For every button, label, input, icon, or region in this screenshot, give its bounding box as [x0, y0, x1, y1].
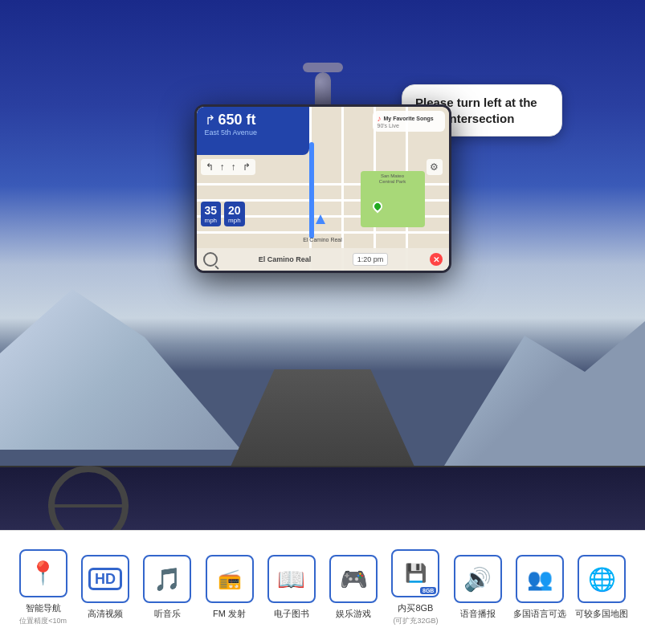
- steering-wheel: [48, 466, 129, 530]
- settings-icon[interactable]: ⚙: [427, 159, 443, 175]
- search-icon[interactable]: [203, 252, 218, 267]
- music-icon-wrap: 🎵: [143, 555, 191, 603]
- feature-storage-label: 内买8GB: [398, 602, 433, 614]
- park-label: San MateoCentral Park: [361, 171, 425, 187]
- storage-icon: 💾: [405, 563, 427, 584]
- fm-icon-wrap: 📻: [206, 555, 254, 603]
- feature-voice: 🔊 语音播报: [449, 555, 507, 620]
- game-icon-wrap: 🎮: [329, 555, 378, 603]
- speaker-icon-wrap: 🔊: [454, 555, 502, 603]
- feature-ebook-label: 电子图书: [274, 608, 309, 620]
- mount-base: [303, 63, 343, 72]
- ebook-icon: 📖: [277, 566, 305, 593]
- feature-ebook: 📖 电子图书: [263, 555, 320, 620]
- language-icon: 👥: [527, 567, 553, 592]
- street-v2: [341, 107, 344, 271]
- current-speed-box: 35 mph: [201, 202, 222, 226]
- feature-hd-label: 高清视频: [88, 608, 123, 620]
- feature-fm-label: FM 发射: [213, 608, 246, 620]
- feature-hd-video: HD 高清视频: [76, 555, 134, 620]
- speed-display: 35 mph 20 mph: [201, 202, 245, 226]
- feature-games-label: 娱乐游戏: [336, 608, 371, 620]
- game-icon: 🎮: [340, 566, 368, 593]
- gps-device: San MateoCentral Park ↱ 650 ft East 5th …: [194, 104, 451, 273]
- feature-voice-label: 语音播报: [460, 608, 496, 620]
- arrow-right-icon: ↱: [243, 161, 251, 173]
- music-icon: 🎵: [153, 566, 182, 593]
- mountain-left: [0, 289, 241, 450]
- storage-badge: 8GB: [420, 587, 436, 594]
- speed-limit-value: 20: [228, 204, 241, 217]
- feature-language: 👥 多国语言可选: [511, 555, 569, 620]
- feature-storage-sublabel: (可扩充32GB): [393, 616, 438, 626]
- music-subtitle: 90's Live: [378, 123, 440, 128]
- speed-unit1: mph: [205, 217, 218, 224]
- gps-position-arrow: [316, 214, 325, 224]
- hd-icon-wrap: HD: [81, 555, 129, 603]
- nav-street-name: East 5th Avenue: [205, 128, 301, 137]
- gps-mount: San MateoCentral Park ↱ 650 ft East 5th …: [194, 64, 451, 273]
- feature-navigation-sublabel: 位置精度<10m: [19, 616, 67, 626]
- close-button[interactable]: ✕: [430, 253, 443, 266]
- music-note-icon: ♪: [378, 114, 382, 123]
- feature-strip: 📍 智能导航 位置精度<10m HD 高清视频 🎵 听音乐 📻 FM 发射 📖 …: [0, 530, 645, 644]
- dashboard: [0, 466, 645, 530]
- feature-music: 🎵 听音乐: [138, 555, 196, 620]
- gps-bottom-bar: El Camino Real 1:20 pm ✕: [197, 248, 449, 271]
- turn-arrow-icon: ↱: [205, 112, 215, 128]
- feature-games: 🎮 娱乐游戏: [325, 555, 382, 620]
- mount-arm: [315, 72, 331, 104]
- park-pin: [370, 200, 384, 214]
- feature-music-label: 听音乐: [154, 608, 181, 620]
- navigation-icon-wrap: 📍: [19, 549, 67, 597]
- arrow-up-icon: ↑: [220, 161, 225, 173]
- road-label: El Camino Real: [303, 237, 342, 243]
- nav-instruction-panel: ↱ 650 ft East 5th Avenue: [197, 107, 309, 155]
- speed-unit2: mph: [228, 217, 241, 224]
- speed-limit-box: 20 mph: [224, 202, 245, 226]
- destination-label: El Camino Real: [259, 255, 312, 263]
- map-route: [309, 142, 314, 238]
- feature-maps: 🌐 可较多国地图: [573, 555, 631, 620]
- feature-storage: 💾 8GB 内买8GB (可扩充32GB): [386, 549, 444, 626]
- gps-screen[interactable]: San MateoCentral Park ↱ 650 ft East 5th …: [197, 107, 449, 271]
- feature-navigation: 📍 智能导航 位置精度<10m: [14, 549, 72, 626]
- feature-fm: 📻 FM 发射: [201, 555, 259, 620]
- street-h4: [197, 231, 449, 234]
- mountain-right: [444, 321, 645, 466]
- feature-navigation-label: 智能导航: [26, 602, 61, 614]
- fm-icon: 📻: [218, 568, 242, 590]
- arrow-left-icon: ↰: [206, 161, 214, 173]
- feature-maps-label: 可较多国地图: [575, 608, 628, 620]
- nav-distance: 650 ft: [218, 112, 256, 128]
- language-icon-wrap: 👥: [516, 555, 564, 603]
- hd-icon: HD: [88, 568, 122, 590]
- globe-icon-wrap: 🌐: [578, 555, 626, 603]
- feature-language-label: 多国语言可选: [513, 608, 566, 620]
- arrival-time: 1:20 pm: [353, 253, 389, 266]
- speaker-icon: 🔊: [463, 566, 492, 593]
- arrow-up2-icon: ↑: [231, 161, 236, 173]
- ebook-icon-wrap: 📖: [267, 555, 316, 603]
- music-title: My Favorite Songs: [384, 116, 434, 121]
- current-speed-value: 35: [205, 204, 218, 217]
- location-pin-icon: 📍: [29, 560, 57, 586]
- storage-icon-wrap: 💾 8GB: [391, 549, 439, 597]
- music-panel: ♪ My Favorite Songs 90's Live: [373, 111, 445, 132]
- globe-icon: 🌐: [588, 566, 616, 593]
- direction-arrows-row: ↰ ↑ ↑ ↱: [201, 159, 255, 175]
- map-park: San MateoCentral Park: [361, 171, 425, 227]
